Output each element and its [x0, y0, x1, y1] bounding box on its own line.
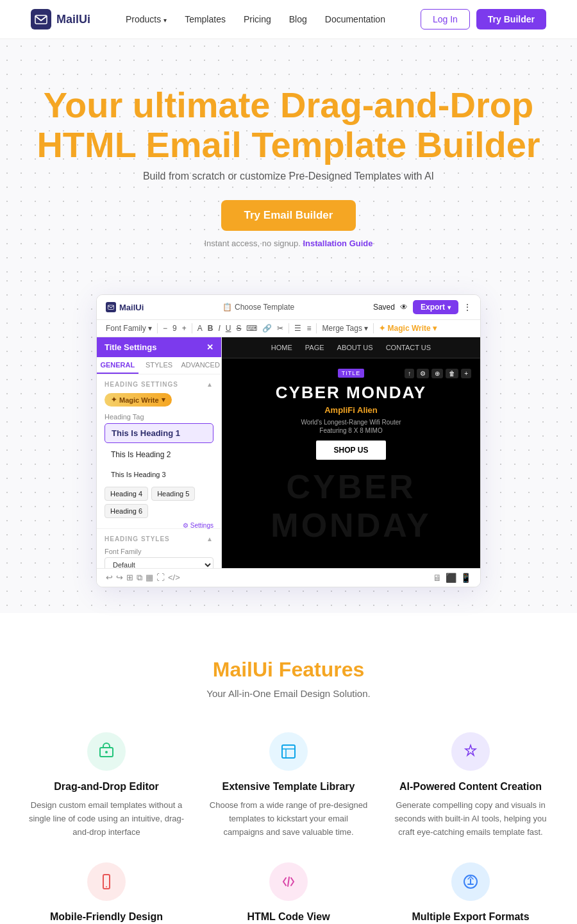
installation-guide-link[interactable]: Installation Guide: [303, 239, 372, 248]
hero-instant: Instant access, no signup. Installation …: [26, 239, 551, 248]
nav-templates[interactable]: Templates: [185, 14, 226, 24]
expand-icon[interactable]: ⛶: [156, 573, 165, 583]
panel-close-icon[interactable]: ✕: [206, 342, 213, 352]
font-family-select[interactable]: Default: [105, 557, 213, 568]
editor-choose-template[interactable]: 📋 Choose Template: [222, 303, 294, 312]
collapse-icon[interactable]: ▲: [206, 381, 213, 388]
nav-documentation[interactable]: Documentation: [325, 14, 385, 24]
nav-products[interactable]: Products ▾: [126, 14, 167, 24]
export-chevron-icon: ▾: [447, 304, 451, 311]
heading-settings-title: HEADING SETTINGS ▲: [105, 381, 213, 388]
toolbar-sep-3: [288, 323, 289, 333]
toolbar-sep-4: [316, 323, 317, 333]
layers-icon[interactable]: ⧉: [137, 573, 142, 583]
heading-opt-h3[interactable]: This Is Heading 3: [105, 466, 213, 483]
try-builder-button[interactable]: Try Builder: [476, 9, 546, 29]
merge-tags-dropdown[interactable]: Merge Tags ▾: [322, 324, 368, 333]
editor-screenshot-wrap: MailUi 📋 Choose Template Saved 👁 Export …: [0, 274, 577, 613]
magic-write-toolbar-btn[interactable]: ✦ Magic Write ▾: [379, 324, 437, 333]
feature-title-6: Multiple Export Formats: [390, 911, 551, 923]
title-action-move-up[interactable]: ↑: [405, 369, 414, 378]
list-icon[interactable]: ☰: [294, 324, 301, 333]
text-color-icon[interactable]: A: [197, 324, 203, 333]
heading-opt-h2[interactable]: This Is Heading 2: [105, 446, 213, 464]
magic-write-chevron-icon: ▾: [162, 396, 165, 404]
heading-styles-collapse-icon[interactable]: ▲: [206, 535, 213, 542]
login-button[interactable]: Log In: [421, 9, 470, 29]
panel-tabs: GENERAL STYLES ADVANCED: [97, 357, 221, 374]
title-action-add[interactable]: +: [461, 369, 471, 378]
svg-point-5: [105, 751, 108, 753]
eye-icon[interactable]: 👁: [400, 303, 408, 312]
code-view-icon[interactable]: </>: [168, 573, 180, 583]
svg-rect-6: [282, 745, 295, 758]
tablet-icon[interactable]: ⬛: [446, 573, 456, 583]
font-size-down-icon[interactable]: −: [163, 324, 167, 333]
more-options-icon[interactable]: ⋮: [464, 303, 471, 312]
export-button[interactable]: Export ▾: [413, 300, 458, 314]
title-action-copy[interactable]: ⊕: [431, 369, 443, 378]
bold-icon[interactable]: B: [208, 324, 213, 333]
feature-ai-content: AI-Powered Content Creation Generate com…: [390, 732, 551, 839]
inline-code-icon[interactable]: ⌨: [246, 324, 257, 333]
feature-desc-1: Design custom email templates without a …: [26, 799, 187, 839]
editor-body: Title Settings ✕ GENERAL STYLES ADVANCED…: [97, 337, 480, 568]
ordered-list-icon[interactable]: ≡: [306, 324, 311, 333]
strikethrough-icon[interactable]: S: [236, 324, 241, 333]
features-heading: MailUi Features: [26, 658, 551, 682]
desktop-icon[interactable]: 🖥: [433, 573, 442, 583]
tab-advanced[interactable]: ADVANCED: [180, 357, 221, 374]
undo-icon[interactable]: ↩: [106, 573, 113, 583]
table-icon[interactable]: ▦: [146, 573, 153, 583]
panel-header: Title Settings ✕: [97, 337, 221, 357]
feature-title-1: Drag-and-Drop Editor: [26, 781, 187, 793]
heading-tag-label: Heading Tag: [105, 413, 213, 421]
tab-general[interactable]: GENERAL: [97, 357, 138, 374]
toolbar-sep-5: [373, 323, 374, 333]
scissors-icon[interactable]: ✂: [277, 324, 283, 333]
magic-write-button[interactable]: ✦ Magic Write ▾: [105, 393, 172, 407]
font-size-up-icon[interactable]: +: [182, 324, 187, 333]
title-action-settings[interactable]: ⚙: [417, 369, 429, 378]
redo-icon[interactable]: ↪: [116, 573, 123, 583]
logo[interactable]: MailUi: [31, 9, 90, 29]
email-main-title: CYBER MONDAY: [235, 383, 467, 403]
tab-styles[interactable]: STYLES: [138, 357, 180, 374]
email-big-text-cyber: CYBER: [222, 470, 480, 503]
email-nav-page[interactable]: PAGE: [305, 344, 324, 351]
hero-cta-button[interactable]: Try Email Builder: [221, 200, 356, 231]
editor-bottombar: ↩ ↪ ⊞ ⧉ ▦ ⛶ </> 🖥 ⬛ 📱: [97, 568, 480, 587]
nav-pricing[interactable]: Pricing: [244, 14, 271, 24]
settings-link[interactable]: ⚙ Settings: [183, 522, 213, 529]
link-icon[interactable]: 🔗: [262, 324, 272, 333]
saved-label: Saved: [373, 303, 395, 312]
heading-opt-h1[interactable]: This Is Heading 1: [105, 423, 213, 443]
email-nav-about[interactable]: ABOUT US: [337, 344, 373, 351]
mobile-icon[interactable]: 📱: [460, 573, 471, 583]
drag-drop-icon: [87, 732, 126, 771]
heading-pill-4[interactable]: Heading 4: [105, 487, 148, 501]
font-family-dropdown[interactable]: Font Family ▾: [106, 324, 152, 333]
nav-actions: Log In Try Builder: [421, 9, 546, 29]
editor-logo: MailUi: [106, 302, 144, 312]
title-action-delete[interactable]: 🗑: [446, 369, 458, 378]
heading-pill-6[interactable]: Heading 6: [105, 504, 148, 518]
svg-rect-0: [31, 9, 51, 29]
html-code-icon: [269, 862, 308, 901]
heading-pill-5[interactable]: Heading 5: [151, 487, 195, 501]
heading-styles-section: HEADING STYLES ▲ Font Family Default Fon…: [97, 529, 221, 568]
underline-icon[interactable]: U: [226, 324, 231, 333]
grid-icon[interactable]: ⊞: [126, 573, 133, 583]
email-nav-home[interactable]: HOME: [271, 344, 292, 351]
nav-blog[interactable]: Blog: [289, 14, 307, 24]
email-nav-contact[interactable]: CONTACT US: [386, 344, 431, 351]
magic-write-star-icon: ✦: [111, 396, 117, 404]
email-big-text-monday: MONDAY: [222, 508, 480, 542]
editor-toolbar: Font Family ▾ − 9 + A B I U S ⌨ 🔗 ✂ ☰ ≡ …: [97, 320, 480, 337]
editor-topbar: MailUi 📋 Choose Template Saved 👁 Export …: [97, 295, 480, 320]
italic-icon[interactable]: I: [218, 324, 220, 333]
shop-button[interactable]: SHOP US: [316, 441, 387, 460]
heading-styles-title: HEADING STYLES ▲: [105, 535, 213, 542]
email-big-text-wrap: CYBER MONDAY: [222, 465, 480, 542]
email-nav: HOME PAGE ABOUT US CONTACT US: [222, 337, 480, 358]
